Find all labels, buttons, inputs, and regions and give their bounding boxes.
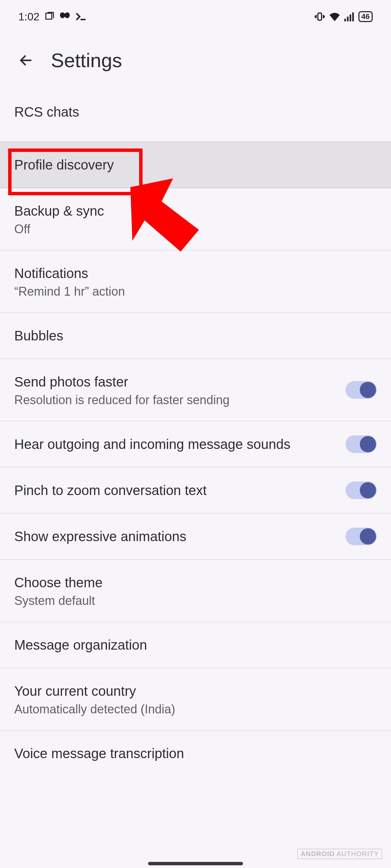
item-label: RCS chats [14, 103, 377, 121]
item-label: Show expressive animations [14, 527, 337, 546]
toggle-message-sounds[interactable] [346, 435, 377, 453]
item-backup-sync[interactable]: Backup & sync Off [0, 188, 391, 251]
toggle-send-photos-faster[interactable] [346, 381, 377, 399]
watermark-light: AUTHORITY [336, 850, 379, 857]
item-label: Choose theme [14, 573, 377, 592]
item-label: Your current country [14, 682, 377, 700]
status-time: 1:02 [18, 11, 39, 23]
item-sublabel: “Remind 1 hr” action [14, 284, 377, 299]
item-rcs-chats[interactable]: RCS chats [0, 101, 391, 141]
item-voice-transcription[interactable]: Voice message transcription [0, 731, 391, 776]
item-sublabel: Resolution is reduced for faster sending [14, 393, 337, 407]
item-sublabel: Automatically detected (India) [14, 702, 377, 716]
item-label: Bubbles [14, 327, 377, 345]
svg-rect-2 [344, 19, 346, 21]
svg-rect-0 [46, 13, 52, 19]
item-bubbles[interactable]: Bubbles [0, 313, 391, 359]
item-label: Pinch to zoom conversation text [14, 481, 337, 499]
item-label: Message organization [14, 636, 377, 654]
item-pinch-zoom[interactable]: Pinch to zoom conversation text [0, 468, 391, 514]
item-label: Notifications [14, 264, 377, 282]
butterfly-icon [59, 12, 71, 22]
item-message-sounds[interactable]: Hear outgoing and incoming message sound… [0, 421, 391, 468]
status-bar: 1:02 46 [6, 0, 385, 33]
svg-rect-5 [352, 13, 354, 21]
item-label: Send photos faster [14, 373, 337, 391]
item-label: Hear outgoing and incoming message sound… [14, 435, 337, 453]
signal-icon [344, 12, 355, 21]
page-title: Settings [51, 49, 122, 72]
svg-rect-3 [347, 17, 349, 21]
item-expressive-animations[interactable]: Show expressive animations [0, 514, 391, 560]
item-notifications[interactable]: Notifications “Remind 1 hr” action [0, 251, 391, 313]
back-button[interactable] [18, 53, 33, 68]
watermark: ANDROID AUTHORITY [297, 849, 382, 859]
item-label: Voice message transcription [14, 744, 377, 763]
item-message-organization[interactable]: Message organization [0, 622, 391, 668]
svg-rect-4 [350, 15, 351, 21]
home-indicator[interactable] [148, 862, 243, 865]
wifi-icon [329, 12, 341, 21]
item-sublabel: System default [14, 594, 377, 608]
toggle-pinch-zoom[interactable] [346, 481, 377, 499]
item-current-country[interactable]: Your current country Automatically detec… [0, 668, 391, 731]
settings-list: RCS chats Profile discovery Backup & syn… [0, 101, 391, 776]
status-left: 1:02 [18, 11, 87, 23]
header: Settings [6, 33, 385, 101]
item-choose-theme[interactable]: Choose theme System default [0, 560, 391, 622]
item-label: Backup & sync [14, 202, 377, 220]
vibrate-icon [314, 12, 325, 22]
item-send-photos-faster[interactable]: Send photos faster Resolution is reduced… [0, 359, 391, 421]
terminal-icon [75, 12, 87, 21]
square-icon [44, 12, 54, 22]
toggle-expressive-animations[interactable] [346, 528, 377, 545]
item-label: Profile discovery [14, 156, 377, 174]
arrow-left-icon [18, 53, 33, 68]
item-profile-discovery[interactable]: Profile discovery [0, 141, 391, 188]
status-right: 46 [314, 11, 373, 22]
battery-icon: 46 [358, 11, 373, 22]
watermark-bold: ANDROID [301, 850, 335, 857]
item-sublabel: Off [14, 222, 377, 236]
svg-rect-1 [318, 13, 321, 20]
